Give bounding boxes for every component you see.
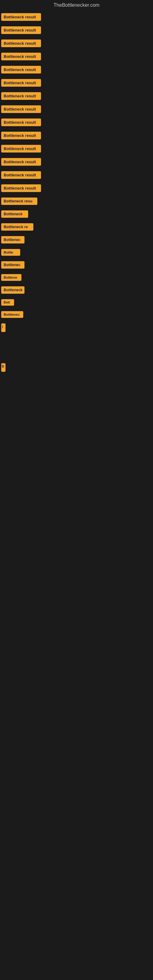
bottleneck-badge[interactable]: Bottleneck result: [1, 185, 41, 192]
list-item: Bottlenec: [1, 236, 153, 243]
bottleneck-badge[interactable]: Bottleneck result: [1, 13, 41, 21]
bottleneck-badge[interactable]: Bott: [1, 299, 14, 305]
site-title: TheBottlenecker.com: [0, 0, 153, 12]
list-item: Bottleneck result: [1, 158, 153, 166]
list-item: [1, 377, 153, 380]
list-item: Bottleneck re: [1, 223, 153, 231]
list-item: Bottleneck result: [1, 145, 153, 153]
list-item: [1, 346, 153, 349]
list-item: Bottlenec: [1, 261, 153, 269]
list-item: [1, 420, 153, 423]
list-item: Bottleneck: [1, 286, 153, 294]
list-item: [1, 337, 153, 340]
list-item: [1, 412, 153, 415]
bottleneck-badge[interactable]: Bottleneck result: [1, 119, 41, 126]
bottleneck-badge[interactable]: Bottleneck re: [1, 223, 33, 231]
bottleneck-badge[interactable]: Bottleneck result: [1, 92, 41, 100]
list-item: Bottleneck result: [1, 132, 153, 139]
list-item: B: [1, 363, 153, 372]
list-item: Bottleneck result: [1, 185, 153, 192]
bottleneck-badge[interactable]: Bottleneck result: [1, 52, 41, 60]
bottleneck-badge[interactable]: Bottleneck result: [1, 40, 41, 47]
bottleneck-badge[interactable]: Bottleneck result: [1, 132, 41, 139]
bottleneck-badge[interactable]: Bottleneck result: [1, 171, 41, 179]
list-item: Bottleneck resu: [1, 197, 153, 205]
list-item: Bottle: [1, 249, 153, 256]
list-item: [1, 355, 153, 358]
bottleneck-badge[interactable]: Bottlenec: [1, 236, 24, 243]
bottleneck-badge[interactable]: Bottleneck resu: [1, 197, 37, 205]
bottleneck-badge[interactable]: Bottleneck result: [1, 26, 41, 34]
list-item: Bottleneck: [1, 210, 153, 218]
list-item: Bottleneck result: [1, 105, 153, 113]
list-item: Bottleneck result: [1, 52, 153, 60]
list-item: Bottleneck result: [1, 66, 153, 73]
list-item: Bott: [1, 299, 153, 305]
list-item: Bottleneck result: [1, 92, 153, 100]
list-item: Bottlene: [1, 274, 153, 281]
list-item: [1, 386, 153, 389]
list-item: Bottleneck result: [1, 79, 153, 87]
list-item: Bottleneck result: [1, 119, 153, 126]
list-item: Bottleneck result: [1, 171, 153, 179]
bottleneck-badge[interactable]: Bottleneck result: [1, 145, 41, 153]
list-item: [1, 403, 153, 406]
list-item: Bottlenec: [1, 311, 153, 318]
bottleneck-badge[interactable]: Bottleneck: [1, 210, 28, 218]
bottleneck-badge[interactable]: Bottle: [1, 249, 20, 256]
list-item: Bottleneck result: [1, 13, 153, 21]
bottleneck-badge[interactable]: Bottleneck: [1, 286, 24, 294]
bottleneck-badge[interactable]: Bottleneck result: [1, 158, 41, 166]
bottleneck-list: Bottleneck resultBottleneck resultBottle…: [0, 12, 153, 423]
list-item: |: [1, 323, 153, 332]
bottleneck-badge[interactable]: |: [1, 323, 5, 332]
list-item: [1, 395, 153, 398]
list-item: Bottleneck result: [1, 26, 153, 34]
bottleneck-badge[interactable]: Bottleneck result: [1, 66, 41, 73]
bottleneck-badge[interactable]: Bottlenec: [1, 261, 24, 269]
bottleneck-badge[interactable]: Bottleneck result: [1, 79, 41, 87]
bottleneck-badge[interactable]: Bottleneck result: [1, 105, 41, 113]
bottleneck-badge[interactable]: Bottlenec: [1, 311, 23, 318]
bottleneck-badge[interactable]: Bottlene: [1, 274, 21, 281]
bottleneck-badge[interactable]: B: [1, 363, 5, 372]
list-item: Bottleneck result: [1, 40, 153, 47]
